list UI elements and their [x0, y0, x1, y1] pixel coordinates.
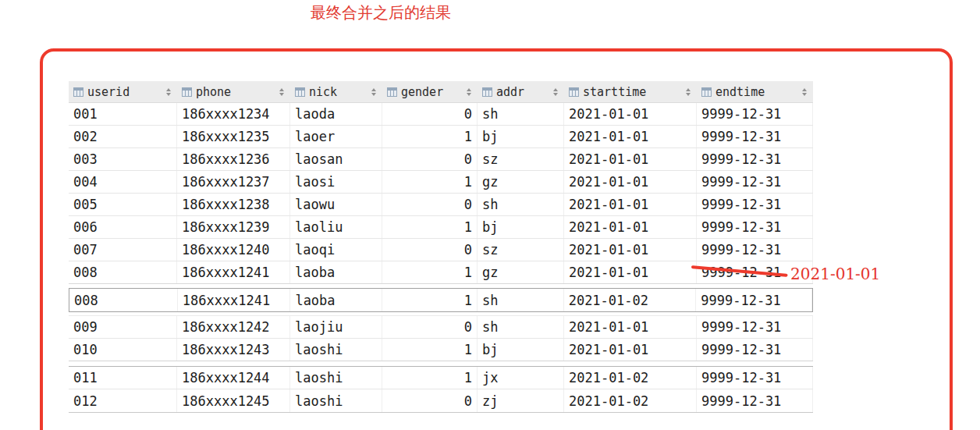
cell-addr[interactable]: bj [478, 216, 564, 238]
cell-starttime[interactable]: 2021-01-02 [564, 289, 697, 311]
cell-nick[interactable]: laoshi [290, 367, 382, 389]
table-row[interactable]: 011186xxxx1244laoshi1jx2021-01-029999-12… [69, 367, 813, 389]
cell-nick[interactable]: laoshi [290, 339, 382, 361]
cell-endtime[interactable]: 9999-12-31 [697, 389, 813, 412]
table-row[interactable]: 010186xxxx1243laoshi1bj2021-01-019999-12… [69, 339, 813, 361]
table-row[interactable]: 012186xxxx1245laoshi0zj2021-01-029999-12… [69, 389, 813, 412]
sort-icon[interactable] [686, 88, 691, 96]
cell-gender[interactable]: 1 [382, 261, 478, 283]
cell-starttime[interactable]: 2021-01-01 [564, 103, 697, 125]
table-row[interactable]: 002186xxxx1235laoer1bj2021-01-019999-12-… [69, 126, 813, 148]
cell-phone[interactable]: 186xxxx1244 [177, 367, 290, 389]
cell-addr[interactable]: gz [478, 261, 564, 283]
cell-endtime[interactable]: 9999-12-31 [697, 103, 813, 125]
cell-endtime[interactable]: 9999-12-31 [697, 367, 813, 389]
cell-nick[interactable]: laoer [290, 126, 382, 147]
cell-userid[interactable]: 002 [69, 126, 177, 147]
column-header-starttime[interactable]: starttime [564, 81, 697, 102]
cell-userid[interactable]: 012 [69, 389, 177, 412]
cell-addr[interactable]: bj [478, 126, 564, 147]
cell-addr[interactable]: sh [478, 194, 564, 215]
cell-gender[interactable]: 1 [382, 126, 478, 147]
cell-starttime[interactable]: 2021-01-01 [564, 239, 697, 261]
cell-gender[interactable]: 0 [382, 103, 478, 125]
cell-gender[interactable]: 0 [382, 194, 478, 215]
cell-userid[interactable]: 006 [69, 216, 177, 238]
cell-nick[interactable]: laoba [290, 261, 382, 283]
cell-gender[interactable]: 1 [382, 367, 478, 389]
sort-icon[interactable] [802, 88, 807, 96]
cell-endtime[interactable]: 9999-12-31 [697, 239, 813, 261]
table-row[interactable]: 005186xxxx1238laowu0sh2021-01-019999-12-… [69, 194, 813, 216]
table-row[interactable]: 009186xxxx1242laojiu0sh2021-01-019999-12… [69, 316, 813, 339]
cell-addr[interactable]: sz [478, 239, 564, 261]
cell-phone[interactable]: 186xxxx1245 [177, 389, 290, 412]
cell-starttime[interactable]: 2021-01-01 [564, 126, 697, 147]
cell-userid[interactable]: 008 [69, 261, 177, 283]
cell-nick[interactable]: laoliu [290, 216, 382, 238]
cell-addr[interactable]: bj [478, 339, 564, 361]
cell-endtime[interactable]: 9999-12-31 [696, 289, 812, 311]
table-row[interactable]: 003186xxxx1236laosan0sz2021-01-019999-12… [69, 148, 813, 171]
cell-userid[interactable]: 011 [69, 367, 177, 389]
cell-gender[interactable]: 1 [382, 216, 478, 238]
sort-icon[interactable] [166, 88, 171, 96]
cell-addr[interactable]: sh [478, 316, 564, 338]
cell-phone[interactable]: 186xxxx1243 [177, 339, 290, 361]
cell-addr[interactable]: zj [478, 389, 564, 412]
cell-gender[interactable]: 0 [382, 389, 478, 412]
cell-nick[interactable]: laosi [290, 171, 382, 193]
cell-starttime[interactable]: 2021-01-01 [564, 316, 697, 338]
cell-phone[interactable]: 186xxxx1237 [177, 171, 290, 193]
column-header-phone[interactable]: phone [177, 81, 290, 102]
column-header-userid[interactable]: userid [69, 81, 177, 102]
cell-phone[interactable]: 186xxxx1242 [177, 316, 290, 338]
cell-userid[interactable]: 005 [69, 194, 177, 215]
cell-endtime[interactable]: 9999-12-31 [697, 148, 813, 170]
cell-addr[interactable]: sh [478, 103, 564, 125]
cell-starttime[interactable]: 2021-01-01 [564, 148, 697, 170]
table-row[interactable]: 004186xxxx1237laosi1gz2021-01-019999-12-… [69, 171, 813, 194]
cell-endtime[interactable]: 9999-12-31 [697, 316, 813, 338]
cell-endtime[interactable]: 9999-12-31 [697, 339, 813, 361]
cell-gender[interactable]: 0 [382, 239, 478, 261]
cell-phone[interactable]: 186xxxx1238 [177, 194, 290, 215]
sort-icon[interactable] [279, 88, 284, 96]
cell-userid[interactable]: 004 [69, 171, 177, 193]
cell-nick[interactable]: laoba [290, 289, 382, 311]
cell-userid[interactable]: 010 [69, 339, 177, 361]
cell-phone[interactable]: 186xxxx1235 [177, 126, 290, 147]
column-header-gender[interactable]: gender [382, 81, 478, 102]
cell-endtime[interactable]: 9999-12-31 [697, 194, 813, 215]
cell-endtime[interactable]: 9999-12-31 [697, 216, 813, 238]
cell-gender[interactable]: 0 [382, 316, 478, 338]
cell-userid[interactable]: 008 [69, 289, 178, 311]
cell-phone[interactable]: 186xxxx1239 [177, 216, 290, 238]
cell-addr[interactable]: jx [478, 367, 564, 389]
cell-nick[interactable]: laoqi [290, 239, 382, 261]
cell-endtime[interactable]: 9999-12-31 [697, 126, 813, 147]
cell-phone[interactable]: 186xxxx1234 [177, 103, 290, 125]
table-row[interactable]: 007186xxxx1240laoqi0sz2021-01-019999-12-… [69, 239, 813, 261]
cell-gender[interactable]: 0 [382, 148, 478, 170]
cell-phone[interactable]: 186xxxx1241 [177, 261, 290, 283]
cell-phone[interactable]: 186xxxx1241 [178, 289, 291, 311]
cell-userid[interactable]: 007 [69, 239, 177, 261]
cell-starttime[interactable]: 2021-01-02 [564, 389, 697, 412]
cell-gender[interactable]: 1 [382, 339, 478, 361]
sort-icon[interactable] [467, 88, 471, 96]
cell-phone[interactable]: 186xxxx1236 [177, 148, 290, 170]
column-header-nick[interactable]: nick [290, 81, 382, 102]
cell-nick[interactable]: laoda [290, 103, 382, 125]
cell-gender[interactable]: 1 [382, 171, 478, 193]
cell-starttime[interactable]: 2021-01-01 [564, 171, 697, 193]
table-row[interactable]: 008186xxxx1241laoba1gz2021-01-019999-12-… [69, 261, 813, 284]
cell-starttime[interactable]: 2021-01-01 [564, 261, 697, 283]
cell-starttime[interactable]: 2021-01-01 [564, 194, 697, 215]
cell-starttime[interactable]: 2021-01-01 [564, 339, 697, 361]
cell-starttime[interactable]: 2021-01-01 [564, 216, 697, 238]
cell-addr[interactable]: sh [478, 289, 564, 311]
column-header-addr[interactable]: addr [478, 81, 564, 102]
sort-icon[interactable] [553, 88, 558, 96]
cell-addr[interactable]: sz [478, 148, 564, 170]
